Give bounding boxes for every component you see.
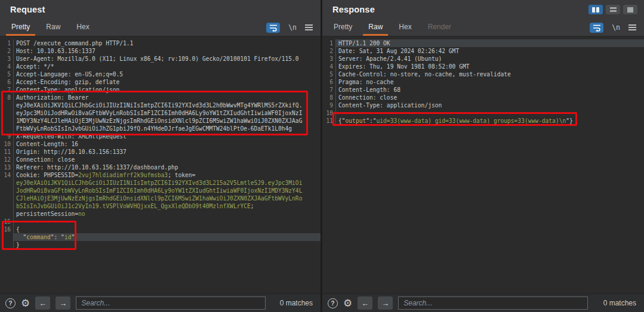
code-line[interactable]: 13Referer: http://10.10.63.156:1337/dash… bbox=[0, 163, 321, 171]
code-line[interactable]: bSIsInJvbGUiOiJ1c2VyIn19.tVSPlVoWVHQjxxE… bbox=[0, 202, 321, 210]
code-line[interactable]: FtbWVyLnRobSIsInJvbGUiOiJhZG1pbiJ9fQ.n4Y… bbox=[0, 125, 321, 132]
request-tab-raw[interactable]: Raw bbox=[41, 19, 66, 36]
code-line[interactable]: "command": "id" bbox=[0, 233, 321, 241]
response-tab-render: Render bbox=[423, 19, 457, 36]
word-wrap-toggle-icon[interactable] bbox=[590, 23, 603, 33]
line-text: Referer: http://10.10.63.156:1337/dashbo… bbox=[13, 163, 321, 171]
show-newlines-toggle-icon[interactable]: \n bbox=[612, 23, 620, 32]
line-text: User-Agent: Mozilla/5.0 (X11; Linux x86_… bbox=[13, 55, 321, 63]
code-line[interactable]: 6Accept-Encoding: gzip, deflate bbox=[0, 78, 321, 86]
line-text: Authorization: Bearer bbox=[13, 94, 321, 101]
line-text: Content-Length: 16 bbox=[13, 140, 321, 148]
search-settings-gear-icon[interactable]: ⚙ bbox=[343, 298, 352, 308]
code-line[interactable]: 15 bbox=[0, 218, 321, 225]
line-text: eyJ0eXAiOiJKV1QiLCJhbGciOiJIUzI1NiIsImtp… bbox=[13, 101, 321, 109]
line-number: 7 bbox=[0, 86, 13, 94]
request-search-input[interactable] bbox=[76, 296, 266, 310]
line-text: Content-Type: application/json bbox=[335, 101, 644, 109]
code-line[interactable]: 4Accept: */* bbox=[0, 63, 321, 70]
response-tab-pretty[interactable]: Pretty bbox=[328, 19, 358, 36]
layout-single-pane-button[interactable] bbox=[623, 5, 637, 14]
code-line[interactable]: CJleHAiOjE3MjUwNzEzNjgsImRhdGEiOnsidXNlc… bbox=[0, 194, 321, 202]
editor-menu-icon[interactable] bbox=[305, 24, 313, 30]
code-line[interactable]: eyJ0eXAiOiJKV1QiLCJhbGciOiJIUzI1NiIsImtp… bbox=[0, 101, 321, 109]
code-line[interactable]: 8Authorization: Bearer bbox=[0, 94, 321, 101]
line-text: Cookie: PHPSESSID=2vuj7hldiadimfrf2k9ufm… bbox=[13, 171, 321, 179]
code-line[interactable]: 2Host: 10.10.63.156:1337 bbox=[0, 47, 321, 55]
request-search-bar: ? ⚙ ← → 0 matches bbox=[0, 294, 321, 312]
line-text: X-Requested-With: XMLHttpRequest bbox=[13, 132, 321, 140]
editor-menu-icon[interactable] bbox=[628, 24, 636, 30]
code-line[interactable]: 2Date: Sat, 31 Aug 2024 02:26:42 GMT bbox=[322, 47, 644, 55]
code-line[interactable]: 11Origin: http://10.10.63.156:1337 bbox=[0, 148, 321, 156]
code-line[interactable]: 12Connection: close bbox=[0, 156, 321, 163]
search-next-button[interactable]: → bbox=[378, 296, 393, 310]
layout-rows-button[interactable] bbox=[606, 5, 620, 14]
line-number: 14 bbox=[0, 171, 13, 179]
response-editor[interactable]: 1HTTP/1.1 200 OK2Date: Sat, 31 Aug 2024 … bbox=[322, 36, 644, 294]
code-line[interactable]: 6Pragma: no-cache bbox=[322, 78, 644, 86]
code-line[interactable]: 8Connection: close bbox=[322, 94, 644, 101]
line-number bbox=[0, 109, 13, 117]
code-line[interactable]: 10 bbox=[322, 109, 644, 117]
code-line[interactable]: } bbox=[0, 241, 321, 249]
response-panel: Response Pretty Raw Hex Render bbox=[322, 0, 644, 312]
line-number: 3 bbox=[0, 55, 13, 63]
line-number: 9 bbox=[0, 132, 13, 140]
line-text: eyJpc3MiOiJodHRwOi8vaGFtbWVyLnRobSIsImF1… bbox=[13, 109, 321, 117]
code-line[interactable]: 4Expires: Thu, 19 Nov 1981 08:52:00 GMT bbox=[322, 63, 644, 70]
code-line[interactable]: 9X-Requested-With: XMLHttpRequest bbox=[0, 132, 321, 140]
response-tab-raw[interactable]: Raw bbox=[363, 19, 388, 36]
line-number: 2 bbox=[0, 47, 13, 55]
line-number bbox=[0, 101, 13, 109]
line-number: 6 bbox=[0, 78, 13, 86]
line-text: POST /execute_command.php HTTP/1.1 bbox=[13, 39, 321, 47]
response-search-input[interactable] bbox=[398, 296, 588, 310]
code-line[interactable]: 9Content-Type: application/json bbox=[322, 101, 644, 109]
code-line[interactable]: 5Accept-Language: en-US,en;q=0.5 bbox=[0, 70, 321, 78]
code-line[interactable]: 16{ bbox=[0, 225, 321, 233]
code-line[interactable]: 3Server: Apache/2.4.41 (Ubuntu) bbox=[322, 55, 644, 63]
word-wrap-toggle-icon[interactable] bbox=[266, 23, 280, 33]
code-line[interactable]: 1HTTP/1.1 200 OK bbox=[322, 39, 644, 47]
search-previous-button[interactable]: ← bbox=[358, 296, 372, 310]
help-icon[interactable]: ? bbox=[5, 298, 16, 308]
line-number: 7 bbox=[322, 86, 335, 94]
response-match-count: 0 matches bbox=[603, 299, 636, 307]
line-text: FtbWVyLnRobSIsInJvbGUiOiJhZG1pbiJ9fQ.n4Y… bbox=[13, 125, 321, 132]
request-match-count: 0 matches bbox=[280, 299, 313, 307]
code-line[interactable]: 1MDY3NzY4LCJleHAiOjE3MjUwNzEzNjgsImRhdGE… bbox=[0, 117, 321, 125]
code-line[interactable]: 5Cache-Control: no-store, no-cache, must… bbox=[322, 70, 644, 78]
search-next-button[interactable]: → bbox=[56, 296, 70, 310]
code-line[interactable]: JodHRwOi8vaGFtbWVyLnRobSIsImF1ZCI6Imh0dH… bbox=[0, 187, 321, 194]
layout-toggle-group bbox=[588, 5, 638, 14]
line-text: Cache-Control: no-store, no-cache, must-… bbox=[335, 70, 644, 78]
response-tab-hex[interactable]: Hex bbox=[393, 19, 417, 36]
code-line[interactable]: 1POST /execute_command.php HTTP/1.1 bbox=[0, 39, 321, 47]
code-line[interactable]: 14Cookie: PHPSESSID=2vuj7hldiadimfrf2k9u… bbox=[0, 171, 321, 179]
code-line[interactable]: 7Content-Type: application/json bbox=[0, 86, 321, 94]
request-panel: Request Pretty Raw Hex \n bbox=[0, 0, 321, 312]
show-newlines-toggle-icon[interactable]: \n bbox=[288, 23, 297, 32]
code-line[interactable]: 3User-Agent: Mozilla/5.0 (X11; Linux x86… bbox=[0, 55, 321, 63]
line-text: Server: Apache/2.4.41 (Ubuntu) bbox=[335, 55, 644, 63]
code-line[interactable]: 11{"output":"uid=33(www-data) gid=33(www… bbox=[322, 117, 644, 125]
code-line[interactable]: 10Content-Length: 16 bbox=[0, 140, 321, 148]
help-icon[interactable]: ? bbox=[328, 298, 338, 308]
line-text: Content-Type: application/json bbox=[13, 86, 321, 94]
layout-columns-button[interactable] bbox=[588, 5, 603, 14]
search-settings-gear-icon[interactable]: ⚙ bbox=[21, 298, 30, 308]
search-previous-button[interactable]: ← bbox=[35, 296, 50, 310]
request-tab-pretty[interactable]: Pretty bbox=[6, 19, 35, 36]
code-line[interactable]: 7Content-Length: 68 bbox=[322, 86, 644, 94]
line-number: 15 bbox=[0, 218, 13, 225]
request-editor[interactable]: 1POST /execute_command.php HTTP/1.12Host… bbox=[0, 36, 321, 294]
code-line[interactable]: eyJ0eXAiOiJKV1QiLCJhbGciOiJIUzI1NiIsImtp… bbox=[0, 179, 321, 187]
request-tab-icons: \n bbox=[266, 19, 321, 36]
code-line[interactable]: persistentSession=no bbox=[0, 210, 321, 218]
code-line[interactable]: eyJpc3MiOiJodHRwOi8vaGFtbWVyLnRobSIsImF1… bbox=[0, 109, 321, 117]
line-number: 11 bbox=[322, 117, 335, 125]
line-number: 3 bbox=[322, 55, 335, 63]
line-text: Expires: Thu, 19 Nov 1981 08:52:00 GMT bbox=[335, 63, 644, 70]
request-tab-hex[interactable]: Hex bbox=[71, 19, 94, 36]
